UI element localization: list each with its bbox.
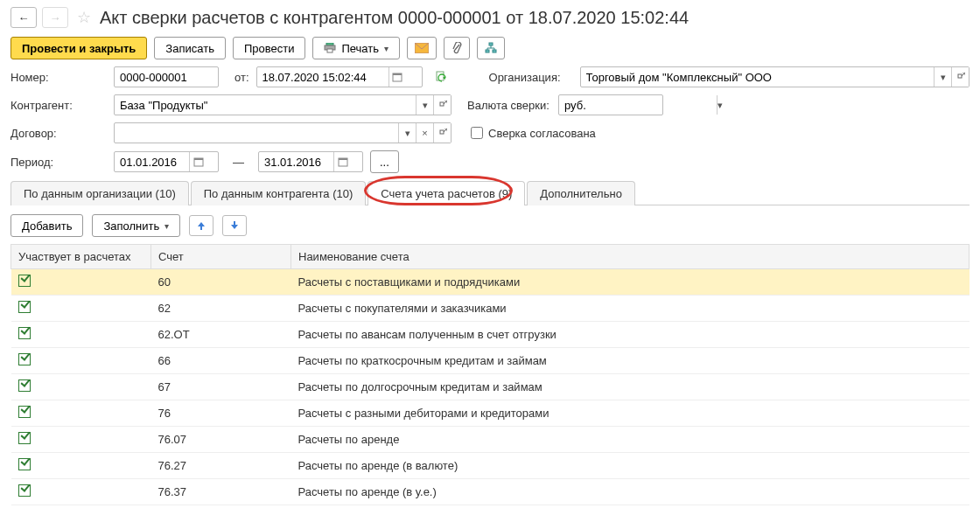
account-code-cell[interactable]: 62.ОТ [151, 322, 291, 348]
fill-button[interactable]: Заполнить ▾ [92, 214, 180, 237]
refresh-doc-icon[interactable] [435, 71, 447, 83]
print-button-label: Печать [341, 42, 379, 55]
table-row[interactable]: 76Расчеты с разными дебиторами и кредито… [11, 400, 970, 427]
move-up-button[interactable] [189, 215, 214, 236]
paperclip-icon [452, 42, 462, 54]
table-row[interactable]: 62.ОТРасчеты по авансам полученным в сче… [11, 322, 970, 348]
counterparty-input[interactable] [115, 95, 416, 115]
date-input[interactable] [257, 67, 388, 87]
checkmark-icon [18, 458, 31, 470]
attachment-button[interactable] [444, 37, 470, 59]
svg-rect-17 [339, 158, 347, 160]
account-code-cell[interactable]: 76.27 [151, 453, 291, 479]
checkmark-icon [18, 301, 31, 313]
period-start-input[interactable] [115, 152, 189, 171]
account-code-cell[interactable]: 66 [151, 348, 291, 374]
participates-cell[interactable] [11, 479, 151, 505]
svg-rect-4 [489, 43, 493, 45]
print-button[interactable]: Печать ▾ [312, 37, 400, 59]
org-dropdown[interactable]: ▾ [934, 67, 951, 87]
participates-cell[interactable] [11, 296, 151, 322]
currency-dropdown[interactable]: ▾ [717, 95, 723, 115]
contract-dropdown[interactable]: ▾ [398, 123, 416, 143]
calendar-icon[interactable] [189, 152, 206, 171]
table-row[interactable]: 76.27Расчеты по аренде (в валюте) [11, 453, 970, 479]
account-code-cell[interactable]: 60 [151, 269, 291, 296]
participates-cell[interactable] [11, 453, 151, 479]
account-name-cell[interactable]: Расчеты по авансам полученным в счет отг… [291, 322, 970, 348]
currency-input[interactable] [559, 95, 717, 115]
table-row[interactable]: 60Расчеты с поставщиками и подрядчиками [11, 269, 970, 296]
account-code-cell[interactable]: 67 [151, 374, 291, 400]
participates-cell[interactable] [11, 269, 151, 296]
chevron-down-icon: ▾ [384, 44, 388, 53]
org-label: Организация: [489, 71, 573, 84]
org-input[interactable] [581, 67, 934, 87]
org-open[interactable] [951, 67, 969, 87]
period-label: Период: [10, 156, 107, 169]
period-separator: — [233, 156, 244, 169]
participates-cell[interactable] [11, 400, 151, 427]
post-and-close-button[interactable]: Провести и закрыть [10, 37, 147, 59]
agreed-checkbox-wrap[interactable]: Сверка согласована [467, 124, 596, 142]
agreed-checkbox[interactable] [471, 127, 483, 139]
account-name-cell[interactable]: Расчеты с разными дебиторами и кредитора… [291, 400, 970, 427]
add-button[interactable]: Добавить [10, 214, 83, 237]
tab-org-data[interactable]: По данным организации (10) [10, 181, 189, 205]
account-code-cell[interactable]: 62 [151, 296, 291, 322]
period-select-button[interactable]: ... [370, 150, 399, 173]
table-row[interactable]: 62Расчеты с покупателями и заказчиками [11, 296, 970, 322]
participates-cell[interactable] [11, 374, 151, 400]
svg-rect-11 [958, 74, 962, 78]
printer-icon [324, 43, 336, 53]
participates-cell[interactable] [11, 427, 151, 453]
post-button[interactable]: Провести [233, 37, 306, 59]
col-account[interactable]: Счет [151, 245, 291, 269]
svg-rect-8 [393, 73, 402, 75]
account-code-cell[interactable]: 76.37 [151, 479, 291, 505]
table-row[interactable]: 67Расчеты по долгосрочным кредитам и зай… [11, 374, 970, 400]
calendar-icon[interactable] [388, 67, 406, 87]
account-code-cell[interactable]: 76.07 [151, 427, 291, 453]
tab-accounts[interactable]: Счета учета расчетов (9) [368, 181, 525, 205]
tab-additional[interactable]: Дополнительно [527, 181, 635, 205]
account-code-cell[interactable]: 76 [151, 400, 291, 427]
participates-cell[interactable] [11, 322, 151, 348]
account-name-cell[interactable]: Расчеты с покупателями и заказчиками [291, 296, 970, 322]
account-name-cell[interactable]: Расчеты по краткосрочным кредитам и займ… [291, 348, 970, 374]
col-account-name[interactable]: Наименование счета [291, 245, 970, 269]
structure-button[interactable] [477, 37, 505, 59]
contract-clear[interactable]: × [416, 123, 433, 143]
table-row[interactable]: 76.07Расчеты по аренде [11, 427, 970, 453]
counterparty-dropdown[interactable]: ▾ [416, 95, 433, 115]
account-name-cell[interactable]: Расчеты с поставщиками и подрядчиками [291, 269, 970, 296]
accounts-table: Участвует в расчетах Счет Наименование с… [10, 244, 970, 505]
currency-label: Валюта сверки: [467, 99, 551, 112]
checkmark-icon [18, 406, 31, 418]
save-button[interactable]: Записать [154, 37, 226, 59]
period-end-input[interactable] [259, 152, 333, 171]
table-row[interactable]: 66Расчеты по краткосрочным кредитам и за… [11, 348, 970, 374]
from-label: от: [234, 71, 249, 84]
account-name-cell[interactable]: Расчеты по аренде [291, 427, 970, 453]
account-name-cell[interactable]: Расчеты по долгосрочным кредитам и займа… [291, 374, 970, 400]
nav-back-button[interactable]: ← [10, 7, 37, 28]
nav-forward-button: → [42, 7, 68, 28]
email-button[interactable] [407, 37, 437, 59]
calendar-icon[interactable] [333, 152, 351, 171]
account-name-cell[interactable]: Расчеты по аренде (в валюте) [291, 453, 970, 479]
tab-counterparty-data[interactable]: По данным контрагента (10) [191, 181, 367, 205]
svg-rect-5 [486, 50, 489, 52]
col-participates[interactable]: Участвует в расчетах [11, 245, 151, 269]
favorite-star-icon[interactable]: ☆ [77, 8, 91, 27]
account-name-cell[interactable]: Расчеты по аренде (в у.е.) [291, 479, 970, 505]
counterparty-open[interactable] [433, 95, 451, 115]
contract-input[interactable] [115, 123, 398, 143]
checkmark-icon [18, 379, 31, 392]
table-row[interactable]: 76.37Расчеты по аренде (в у.е.) [11, 479, 970, 505]
participates-cell[interactable] [11, 348, 151, 374]
counterparty-label: Контрагент: [10, 99, 107, 112]
page-title: Акт сверки расчетов с контрагентом 0000-… [100, 8, 689, 28]
contract-open[interactable] [433, 123, 451, 143]
move-down-button[interactable] [222, 215, 247, 236]
